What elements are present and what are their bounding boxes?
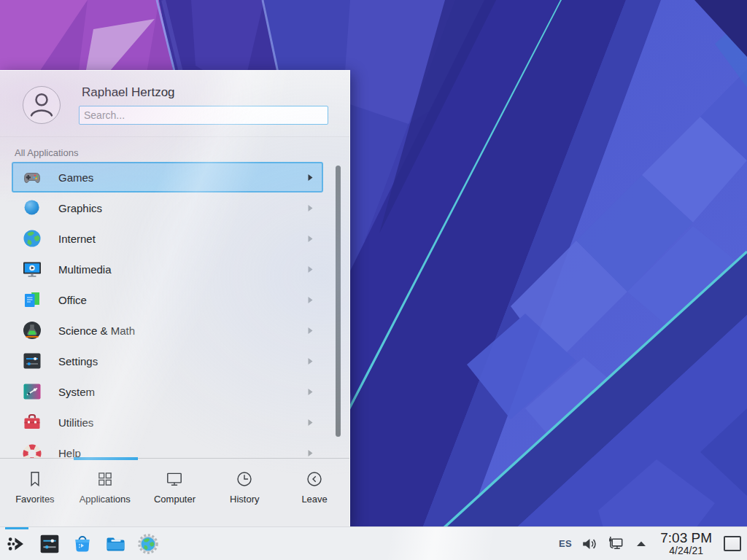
launcher-header: Raphael Hertzog (0, 71, 349, 137)
category-label: Multimedia (58, 263, 112, 276)
submenu-arrow-icon (307, 174, 314, 182)
show-desktop-button[interactable] (724, 536, 741, 551)
category-label: Office (58, 294, 87, 306)
category-label: Settings (58, 355, 98, 368)
games-icon (22, 167, 42, 187)
tab-label: Computer (154, 494, 196, 505)
category-graphics[interactable]: Graphics (12, 192, 323, 223)
category-games[interactable]: Games (12, 162, 323, 192)
category-label: Graphics (58, 202, 102, 214)
submenu-arrow-icon (307, 449, 314, 457)
active-tab-indicator (74, 457, 138, 460)
category-label: Utilities (58, 416, 93, 429)
submenu-arrow-icon (307, 419, 314, 427)
kickoff-icon (6, 533, 28, 555)
network-icon[interactable] (607, 534, 625, 553)
keyboard-layout-indicator[interactable]: ES (559, 538, 572, 549)
system-tray: ES 7:03 PM 4/24/21 (559, 531, 741, 556)
category-label: Internet (58, 233, 96, 245)
user-name: Raphael Hertzog (82, 85, 175, 100)
search-input[interactable] (79, 106, 328, 125)
clock[interactable]: 7:03 PM 4/24/21 (660, 531, 712, 556)
section-label: All Applications (15, 147, 349, 158)
favorites-icon (26, 470, 44, 489)
tab-label: History (230, 494, 259, 505)
tab-label: Leave (301, 494, 327, 505)
expand-tray-arrow-icon[interactable] (634, 537, 649, 551)
tab-computer[interactable]: Computer (140, 459, 210, 526)
category-multimedia[interactable]: Multimedia (12, 254, 323, 284)
tab-leave[interactable]: Leave (279, 459, 349, 526)
tab-applications[interactable]: Applications (70, 459, 140, 526)
system-icon (22, 381, 42, 402)
category-help[interactable]: Help (12, 438, 323, 458)
category-label: System (58, 386, 95, 398)
category-science-math[interactable]: Science & Math (12, 315, 323, 346)
applications-icon (96, 470, 115, 489)
taskbar-launchers (6, 533, 159, 555)
web-browser-launcher[interactable] (137, 533, 159, 555)
clock-time: 7:03 PM (660, 531, 712, 545)
clock-date: 4/24/21 (660, 545, 712, 556)
help-icon (22, 443, 42, 458)
tab-history[interactable]: History (209, 459, 279, 526)
category-internet[interactable]: Internet (12, 223, 323, 254)
file-manager-launcher[interactable] (104, 533, 126, 555)
tab-label: Favorites (15, 494, 54, 505)
office-icon (22, 289, 42, 310)
category-utilities[interactable]: Utilities (12, 407, 323, 438)
discover-icon (71, 533, 93, 555)
application-launcher-popup: Raphael Hertzog All Applications GamesGr… (0, 70, 350, 526)
submenu-arrow-icon (307, 265, 314, 273)
browser-icon (137, 533, 159, 555)
submenu-arrow-icon (307, 296, 314, 304)
category-office[interactable]: Office (12, 284, 323, 315)
taskbar: ES 7:03 PM 4/24/21 (0, 526, 747, 560)
submenu-arrow-icon (307, 388, 314, 396)
internet-icon (22, 228, 42, 249)
folder-icon (104, 533, 126, 555)
graphics-icon (22, 198, 42, 218)
category-label: Help (58, 447, 81, 459)
submenu-arrow-icon (307, 327, 314, 335)
category-system[interactable]: System (12, 376, 323, 407)
system-settings-icon (39, 533, 61, 555)
volume-icon[interactable] (581, 535, 598, 553)
submenu-arrow-icon (307, 235, 314, 243)
discover-launcher[interactable] (71, 533, 93, 555)
settings-icon (22, 351, 42, 371)
system-settings-launcher[interactable] (39, 533, 61, 555)
category-settings[interactable]: Settings (12, 346, 323, 376)
tab-favorites[interactable]: Favorites (0, 459, 70, 526)
category-list: GamesGraphicsInternetMultimediaOfficeSci… (0, 162, 349, 458)
category-label: Games (58, 171, 93, 184)
tab-label: Applications (80, 494, 131, 505)
science-icon (22, 320, 42, 341)
leave-icon (305, 470, 324, 489)
multimedia-icon (22, 259, 42, 279)
scrollbar[interactable] (336, 166, 341, 437)
computer-icon (165, 470, 184, 489)
user-icon (23, 87, 60, 123)
submenu-arrow-icon (307, 357, 314, 365)
kickoff-launcher[interactable] (6, 533, 28, 555)
user-avatar[interactable] (23, 86, 61, 124)
utilities-icon (22, 412, 42, 432)
history-icon (235, 470, 254, 489)
launcher-tabbar: FavoritesApplicationsComputerHistoryLeav… (0, 458, 349, 526)
submenu-arrow-icon (307, 204, 314, 212)
category-label: Science & Math (58, 324, 135, 337)
